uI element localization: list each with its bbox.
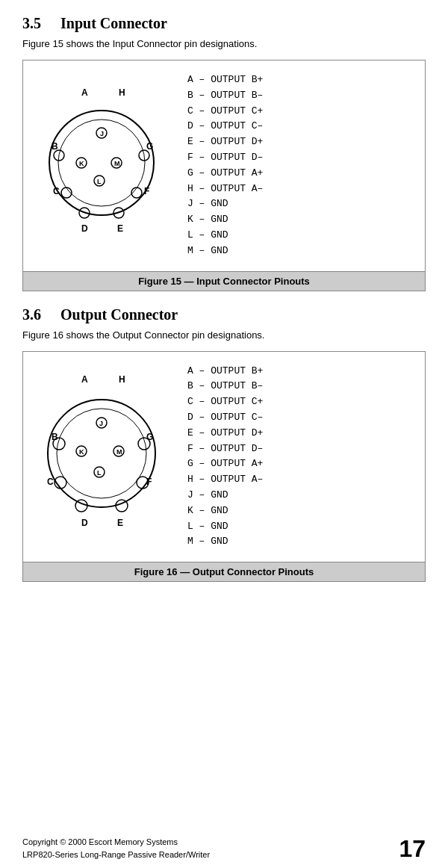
connector-diagram-15: A H B G C F D E <box>31 82 180 249</box>
svg-text:M: M <box>114 160 120 167</box>
pin-list-16: A – OUTPUT B+ B – OUTPUT B– C – OUTPUT C… <box>187 364 417 551</box>
pin-16-11: M – GND <box>187 534 417 550</box>
section-desc-3-6: Figure 16 shows the Output Connector pin… <box>22 329 426 341</box>
pin-list-15: A – OUTPUT B+ B – OUTPUT B– C – OUTPUT C… <box>187 72 417 259</box>
figure-16-box: A H B G C F D E <box>22 351 426 583</box>
svg-text:K: K <box>79 160 84 167</box>
svg-text:J: J <box>100 130 104 137</box>
svg-text:L: L <box>97 469 102 477</box>
pin-16-4: E – OUTPUT D+ <box>187 426 417 441</box>
section-title-3-5: Input Connector <box>60 15 167 32</box>
svg-text:A: A <box>81 87 88 98</box>
svg-text:H: H <box>119 374 125 385</box>
svg-text:K: K <box>79 448 84 456</box>
pin-15-10: L – GND <box>187 228 417 244</box>
pin-15-3: D – OUTPUT C– <box>187 119 417 134</box>
figure-16-content: A H B G C F D E <box>23 352 425 562</box>
section-desc-3-5: Figure 15 shows the Input Connector pin … <box>22 38 426 49</box>
figure-15-caption: Figure 15 — Input Connector Pinouts <box>23 271 425 291</box>
pin-16-3: D – OUTPUT C– <box>187 410 417 426</box>
svg-text:E: E <box>117 223 123 234</box>
figure-16-caption: Figure 16 — Output Connector Pinouts <box>23 562 425 581</box>
section-heading-3-6: 3.6 Output Connector <box>22 306 426 323</box>
section-number-3-6: 3.6 <box>22 306 41 323</box>
svg-text:L: L <box>97 178 102 185</box>
svg-point-38 <box>75 500 87 512</box>
section-title-3-6: Output Connector <box>60 306 178 323</box>
svg-text:C: C <box>47 477 54 487</box>
pin-16-2: C – OUTPUT C+ <box>187 394 417 410</box>
svg-text:B: B <box>52 432 58 442</box>
svg-point-39 <box>116 500 128 512</box>
page-content: 3.5 Input Connector Figure 15 shows the … <box>0 0 448 642</box>
pin-15-8: J – GND <box>187 196 417 212</box>
pin-15-5: F – OUTPUT D– <box>187 150 417 166</box>
section-number-3-5: 3.5 <box>22 15 41 32</box>
pin-16-1: B – OUTPUT B– <box>187 379 417 394</box>
footer-text: Copyright © 2000 Escort Memory Systems L… <box>22 836 210 861</box>
page-footer: Copyright © 2000 Escort Memory Systems L… <box>0 836 448 861</box>
pin-16-10: L – GND <box>187 519 417 535</box>
svg-text:M: M <box>116 448 122 456</box>
svg-text:E: E <box>117 518 123 528</box>
footer-line1: Copyright © 2000 Escort Memory Systems <box>22 836 210 849</box>
section-3-6: 3.6 Output Connector Figure 16 shows the… <box>22 306 426 583</box>
figure-15-content: A H B G C F D E <box>23 61 425 271</box>
pin-15-1: B – OUTPUT B– <box>187 88 417 104</box>
pin-16-0: A – OUTPUT B+ <box>187 364 417 379</box>
pin-15-11: M – GND <box>187 244 417 259</box>
footer-page-number: 17 <box>399 837 426 861</box>
pin-16-6: G – OUTPUT A+ <box>187 456 417 472</box>
pin-15-0: A – OUTPUT B+ <box>187 72 417 88</box>
svg-text:J: J <box>99 420 103 427</box>
svg-text:H: H <box>119 87 125 98</box>
section-3-5: 3.5 Input Connector Figure 15 shows the … <box>22 15 426 291</box>
pin-15-6: G – OUTPUT A+ <box>187 166 417 182</box>
svg-text:D: D <box>81 223 88 234</box>
connector-diagram-16: A H B G C F D E <box>31 369 180 544</box>
svg-point-32 <box>48 400 155 507</box>
pin-15-4: E – OUTPUT D+ <box>187 134 417 150</box>
svg-text:A: A <box>81 374 88 385</box>
pin-15-2: C – OUTPUT C+ <box>187 104 417 120</box>
svg-point-8 <box>49 111 154 215</box>
pin-16-8: J – GND <box>187 488 417 503</box>
figure-15-box: A H B G C F D E <box>22 60 426 291</box>
pin-16-5: F – OUTPUT D– <box>187 441 417 457</box>
pin-16-7: H – OUTPUT A– <box>187 472 417 488</box>
pin-15-7: H – OUTPUT A– <box>187 182 417 197</box>
footer-line2: LRP820-Series Long-Range Passive Reader/… <box>22 849 210 861</box>
pin-16-9: K – GND <box>187 503 417 519</box>
svg-text:D: D <box>81 518 88 528</box>
section-heading-3-5: 3.5 Input Connector <box>22 15 426 32</box>
pin-15-9: K – GND <box>187 212 417 228</box>
svg-text:C: C <box>53 186 60 196</box>
